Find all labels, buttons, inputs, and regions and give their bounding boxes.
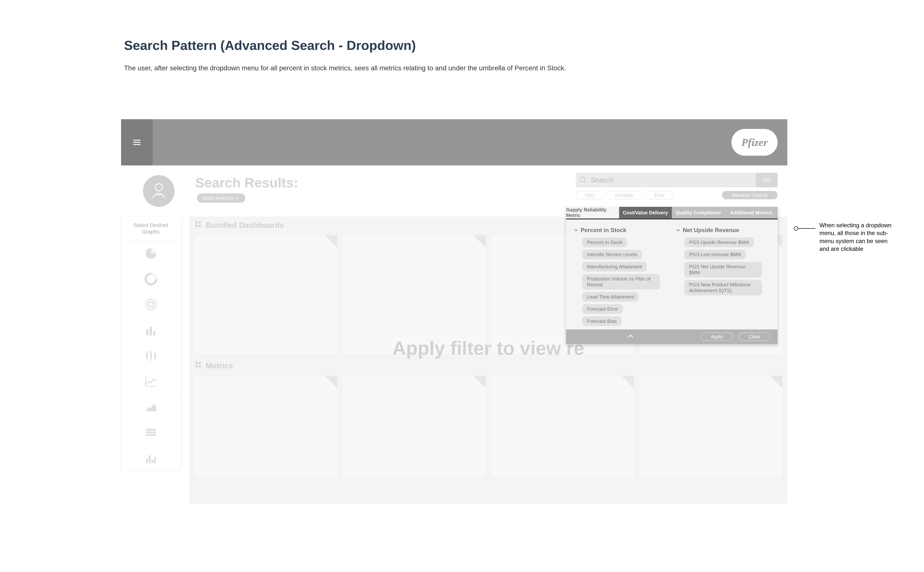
adv-tabs: Supply Reliability Metric Cost/Value Del…	[566, 207, 778, 219]
metric-chip[interactable]: PGS Lost revenue $MM	[684, 250, 746, 260]
svg-rect-10	[150, 353, 152, 358]
metric-card[interactable]	[343, 376, 486, 478]
svg-rect-21	[195, 225, 198, 227]
graph-type-area[interactable]	[121, 394, 181, 420]
metric-chip[interactable]: PGS Upside Revenue $MM	[684, 238, 754, 247]
avatar[interactable]	[143, 175, 175, 207]
annotation-line	[798, 228, 815, 229]
svg-rect-15	[146, 459, 148, 463]
table-icon	[144, 425, 158, 439]
svg-rect-7	[150, 327, 152, 336]
svg-rect-6	[146, 329, 148, 335]
search-input[interactable]	[591, 176, 756, 184]
dashboard-card[interactable]	[343, 235, 486, 354]
filter-pill-location[interactable]: Location	[606, 191, 643, 199]
histogram-icon	[144, 451, 158, 465]
metric-card[interactable]	[491, 376, 634, 478]
graph-type-candlestick[interactable]	[121, 343, 181, 368]
page-description: The user, after selecting the dropdown m…	[124, 63, 566, 73]
clear-button[interactable]: Clear	[739, 333, 771, 341]
graph-type-histogram[interactable]	[121, 445, 181, 471]
dashboard-icon	[195, 361, 202, 370]
bar-chart-icon	[144, 323, 158, 337]
svg-point-1	[580, 177, 585, 182]
metric-chip[interactable]: Manufacturing Attainment	[582, 262, 647, 272]
dashboard-card[interactable]	[194, 235, 338, 354]
annotation-marker	[794, 226, 798, 231]
chevron-down-icon	[676, 227, 681, 233]
pie-chart-icon	[144, 246, 158, 261]
chevron-down-icon	[574, 227, 579, 233]
tab-supply-reliability[interactable]: Supply Reliability Metric	[566, 207, 619, 219]
active-filter-chip[interactable]: North America ×	[197, 193, 245, 203]
go-button[interactable]: GO	[756, 173, 778, 187]
tab-quality-compliance[interactable]: Quality Compliance	[672, 207, 725, 219]
svg-rect-24	[199, 362, 201, 364]
svg-rect-12	[146, 429, 156, 431]
svg-rect-11	[154, 355, 156, 358]
svg-rect-16	[149, 455, 150, 463]
svg-point-4	[146, 299, 157, 310]
tab-cost-value[interactable]: Cost/Value Delivery	[619, 207, 672, 219]
tab-additional-metrics[interactable]: Additional Metrics	[725, 207, 778, 219]
collapse-panel-button[interactable]	[627, 334, 634, 340]
svg-rect-23	[195, 362, 198, 364]
svg-rect-19	[195, 221, 198, 224]
metric-chip[interactable]: Forecast Bias	[582, 316, 622, 326]
svg-rect-25	[195, 365, 198, 368]
apply-button[interactable]: Apply	[701, 333, 733, 341]
section-bundled-label: Bundled Dashboards	[206, 221, 284, 230]
close-icon[interactable]: ×	[236, 196, 239, 201]
metric-chip[interactable]: Lead Time Attainment	[582, 292, 639, 302]
group-title: Net Upside Revenue	[683, 227, 739, 233]
filter-pill-opu[interactable]: OpU	[576, 191, 604, 199]
dashboard-icon	[195, 221, 202, 230]
metric-chip[interactable]: Forecast Error	[582, 304, 623, 314]
graph-type-gauge[interactable]	[121, 292, 181, 317]
svg-rect-26	[199, 365, 201, 368]
area-chart-icon	[144, 400, 158, 414]
filter-pill-row: OpU Location Time Advance Search	[576, 191, 778, 199]
graph-type-donut[interactable]	[121, 266, 181, 292]
group-toggle-percent-in-stock[interactable]: Percent in Stock	[574, 227, 668, 233]
sidebar-title: Select DesiredGraphs	[121, 216, 181, 241]
filter-chip-label: North America	[202, 195, 233, 201]
content-area: Search Results: North America × GO OpU L…	[121, 165, 788, 504]
svg-point-0	[155, 184, 163, 191]
filter-pill-time[interactable]: Time	[645, 191, 674, 199]
group-title: Percent in Stock	[581, 227, 626, 233]
metric-chip[interactable]: Production Volume vs Plan of Record	[582, 274, 660, 289]
advance-search-button[interactable]: Advance Search	[722, 191, 778, 199]
group-toggle-net-upside[interactable]: Net Upside Revenue	[676, 227, 771, 233]
metric-card[interactable]	[194, 376, 338, 478]
hamburger-menu-button[interactable]	[121, 119, 153, 165]
svg-rect-18	[154, 457, 156, 463]
topbar: Pfizer	[121, 119, 788, 165]
graph-type-bar[interactable]	[121, 317, 181, 343]
svg-rect-22	[199, 225, 201, 227]
metric-card[interactable]	[639, 376, 783, 478]
graph-type-table[interactable]	[121, 420, 181, 445]
annotation-text: When selecting a dropdown menu, all thos…	[819, 221, 897, 253]
section-metrics-label: Metrics	[206, 361, 233, 370]
metrics-card-row	[189, 374, 788, 480]
metric-chip[interactable]: PGS Net Upside Revenue $MM	[684, 262, 762, 277]
line-chart-icon	[144, 374, 158, 388]
search-bar: GO	[576, 173, 778, 187]
graph-type-pie[interactable]	[121, 241, 181, 266]
brand-logo: Pfizer	[732, 129, 778, 156]
svg-rect-20	[199, 221, 201, 224]
section-metrics-head: Metrics	[189, 357, 788, 374]
metric-chip[interactable]: Intersite Service Levels	[582, 250, 642, 260]
metric-chip[interactable]: Percent in Stock	[582, 238, 627, 247]
chevron-up-icon	[627, 334, 634, 339]
metric-group-net-upside: Net Upside Revenue PGS Upside Revenue $M…	[676, 227, 771, 295]
page-title: Search Pattern (Advanced Search - Dropdo…	[124, 38, 416, 53]
svg-point-5	[148, 302, 153, 307]
metric-chip[interactable]: PGS New Product Milestone Achievement (Q…	[684, 280, 762, 295]
results-heading: Search Results:	[195, 175, 298, 191]
hamburger-icon	[132, 138, 142, 147]
user-icon	[149, 181, 169, 201]
graph-type-line[interactable]	[121, 368, 181, 394]
search-icon	[576, 176, 591, 184]
